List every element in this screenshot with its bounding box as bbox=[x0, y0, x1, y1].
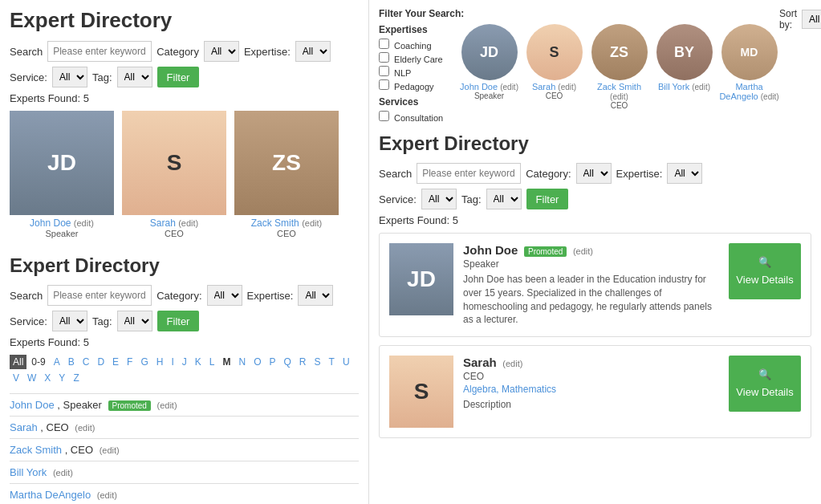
sarah-name-link[interactable]: Sarah bbox=[150, 217, 176, 229]
card-john-edit[interactable]: (edit) bbox=[573, 246, 593, 256]
alpha-n[interactable]: N bbox=[235, 355, 249, 369]
alpha-m[interactable]: M bbox=[219, 355, 234, 369]
service-select[interactable]: All bbox=[52, 67, 87, 87]
r-service-select[interactable]: All bbox=[421, 189, 457, 209]
left-top-filter-button[interactable]: Filter bbox=[157, 67, 200, 87]
alpha-j[interactable]: J bbox=[179, 355, 190, 369]
alpha-i[interactable]: I bbox=[168, 355, 177, 369]
service-consultation[interactable]: Consultation bbox=[379, 111, 451, 123]
thumb-zack-edit[interactable]: (edit) bbox=[610, 92, 628, 101]
alpha-s[interactable]: S bbox=[311, 355, 324, 369]
nlp-checkbox[interactable] bbox=[379, 66, 389, 76]
list-zack-link[interactable]: Zack Smith bbox=[10, 444, 62, 456]
thumb-sarah-name[interactable]: Sarah (edit) bbox=[524, 82, 584, 91]
alpha-a[interactable]: A bbox=[51, 355, 63, 369]
thumb-bill-edit[interactable]: (edit) bbox=[692, 83, 710, 91]
list-martha-edit[interactable]: (edit) bbox=[97, 490, 117, 500]
r-expertise-select[interactable]: All bbox=[667, 163, 702, 184]
alpha-r[interactable]: R bbox=[296, 355, 310, 369]
alpha-o[interactable]: O bbox=[250, 355, 264, 369]
r-service-label: Service: bbox=[379, 193, 417, 205]
view-details-label-sarah: View Details bbox=[736, 386, 793, 400]
expertise-elderly[interactable]: Elderly Care bbox=[379, 52, 451, 64]
thumb-zack-name[interactable]: Zack Smith (edit) bbox=[589, 82, 649, 101]
list-sarah-edit[interactable]: (edit) bbox=[75, 423, 95, 433]
expertise-coaching[interactable]: Coaching bbox=[379, 39, 451, 51]
alpha-d[interactable]: D bbox=[94, 355, 108, 369]
elderly-checkbox[interactable] bbox=[379, 52, 389, 63]
alpha-l[interactable]: L bbox=[206, 355, 218, 369]
tag-select[interactable]: All bbox=[117, 67, 152, 87]
thumb-john-name[interactable]: John Doe (edit) bbox=[459, 82, 519, 91]
expertises-label: Expertises bbox=[379, 24, 451, 35]
lb-filter-button[interactable]: Filter bbox=[157, 311, 200, 331]
list-sarah-link[interactable]: Sarah bbox=[10, 421, 38, 433]
thumb-sarah-edit[interactable]: (edit) bbox=[558, 83, 576, 91]
alpha-v[interactable]: V bbox=[10, 371, 22, 385]
john-edit[interactable]: (edit) bbox=[74, 218, 94, 228]
thumb-bill: BY Bill York (edit) bbox=[654, 24, 714, 124]
r-tag-select[interactable]: All bbox=[486, 189, 522, 209]
john-view-details-button[interactable]: 🔍 View Details bbox=[729, 243, 801, 299]
thumb-martha-name[interactable]: Martha DeAngelo (edit) bbox=[719, 82, 779, 101]
sort-select[interactable]: All Categories bbox=[802, 10, 821, 29]
card-sarah-name: Sarah bbox=[463, 356, 497, 369]
thumb-martha-edit[interactable]: (edit) bbox=[761, 92, 779, 101]
alpha-z[interactable]: Z bbox=[70, 371, 82, 385]
list-zack-edit[interactable]: (edit) bbox=[100, 445, 120, 455]
sarah-view-details-button[interactable]: 🔍 View Details bbox=[729, 356, 801, 412]
alpha-f[interactable]: F bbox=[124, 355, 136, 369]
alpha-t[interactable]: T bbox=[326, 355, 338, 369]
lb-service-label: Service: bbox=[10, 315, 47, 327]
lb-search-input[interactable] bbox=[47, 285, 152, 306]
lb-category-select[interactable]: All bbox=[207, 285, 242, 306]
coaching-checkbox[interactable] bbox=[379, 39, 389, 49]
thumb-john-edit[interactable]: (edit) bbox=[500, 83, 518, 91]
john-name-link[interactable]: John Doe bbox=[30, 217, 71, 229]
alpha-g[interactable]: G bbox=[137, 355, 151, 369]
r-category-select[interactable]: All bbox=[576, 163, 612, 184]
zack-edit[interactable]: (edit) bbox=[302, 218, 322, 228]
consultation-checkbox[interactable] bbox=[379, 111, 389, 121]
zack-role: CEO bbox=[234, 229, 339, 238]
filter-left: Expertises Coaching Elderly Care NLP Ped… bbox=[379, 24, 451, 124]
list-bill-link[interactable]: Bill York bbox=[10, 466, 47, 478]
list-john-edit[interactable]: (edit) bbox=[157, 400, 177, 410]
list-john-link[interactable]: John Doe bbox=[10, 399, 55, 411]
sarah-edit[interactable]: (edit) bbox=[178, 218, 198, 228]
alpha-09[interactable]: 0-9 bbox=[28, 355, 48, 369]
r-search-input[interactable] bbox=[417, 163, 521, 184]
alpha-q[interactable]: Q bbox=[281, 355, 295, 369]
alpha-w[interactable]: W bbox=[24, 371, 39, 385]
search-input[interactable] bbox=[47, 41, 152, 62]
expertise-select[interactable]: All bbox=[295, 41, 331, 62]
lb-tag-select[interactable]: All bbox=[117, 311, 152, 331]
alpha-y[interactable]: Y bbox=[55, 371, 68, 385]
alpha-k[interactable]: K bbox=[192, 355, 205, 369]
expertise-nlp[interactable]: NLP bbox=[379, 66, 451, 78]
alpha-e[interactable]: E bbox=[109, 355, 122, 369]
alpha-p[interactable]: P bbox=[266, 355, 279, 369]
alpha-b[interactable]: B bbox=[65, 355, 78, 369]
left-bottom-search-bar2: Service: All Tag: All Filter bbox=[10, 311, 359, 331]
alpha-h[interactable]: H bbox=[153, 355, 167, 369]
alpha-all[interactable]: All bbox=[10, 355, 26, 369]
john-role: Speaker bbox=[10, 229, 114, 238]
expertise-pedagogy[interactable]: Pedagogy bbox=[379, 79, 451, 91]
list-martha-link[interactable]: Martha DeAngelo bbox=[10, 489, 91, 501]
expert-thumbnails: JD John Doe (edit) Speaker S Sarah (edit… bbox=[459, 24, 779, 124]
lb-expertise-select[interactable]: All bbox=[298, 285, 333, 306]
card-sarah-edit[interactable]: (edit) bbox=[502, 359, 522, 368]
card-sarah-photo: S bbox=[389, 356, 453, 428]
zack-name-link[interactable]: Zack Smith bbox=[251, 217, 299, 229]
r-filter-button[interactable]: Filter bbox=[526, 189, 569, 209]
alpha-u[interactable]: U bbox=[339, 355, 353, 369]
alpha-c[interactable]: C bbox=[79, 355, 93, 369]
list-bill-edit[interactable]: (edit) bbox=[53, 468, 73, 478]
photo-name-zack: Zack Smith (edit) bbox=[234, 217, 339, 229]
lb-service-select[interactable]: All bbox=[52, 311, 87, 331]
alpha-x[interactable]: X bbox=[41, 371, 54, 385]
thumb-bill-name[interactable]: Bill York (edit) bbox=[654, 82, 714, 91]
pedagogy-checkbox[interactable] bbox=[379, 79, 389, 90]
category-select[interactable]: All bbox=[204, 41, 239, 62]
